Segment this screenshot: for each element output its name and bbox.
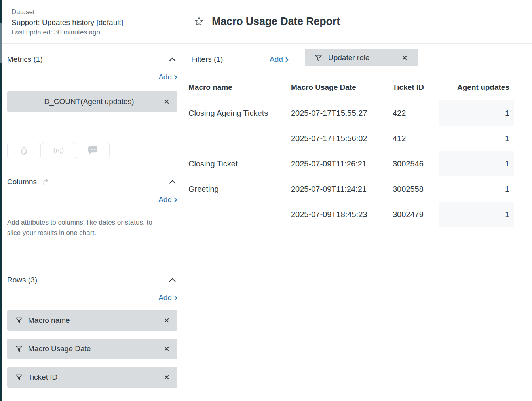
chat-bubble-icon: [87, 146, 99, 156]
table-cell: 2025-07-17T15:56:02: [291, 126, 393, 151]
columns-helper-text: Add attributes to columns, like dates or…: [7, 218, 177, 238]
table-cell-value: 1: [439, 151, 514, 176]
table-cell-value: 1: [439, 100, 514, 126]
row-chip-remove-button[interactable]: [163, 345, 170, 352]
chevron-right-icon: [174, 295, 177, 301]
columns-section-title: Columns: [7, 178, 37, 186]
result-table: Macro name Macro Usage Date Ticket ID Ag…: [188, 75, 514, 227]
favorite-button[interactable]: [193, 15, 205, 28]
metrics-section-title: Metrics (1): [7, 55, 43, 64]
table-cell-value: 1: [439, 126, 514, 151]
table-cell: 3002479: [393, 202, 439, 227]
row-chip-macro-usage-date[interactable]: Macro Usage Date: [7, 339, 177, 359]
broadcast-icon: [51, 146, 66, 155]
row-chip-label: Macro name: [28, 316, 70, 325]
filters-add-button[interactable]: Add: [270, 55, 289, 64]
table-cell: 3002546: [393, 151, 439, 176]
columns-section: Columns Add Add attributes to columns, l…: [2, 166, 184, 264]
row-chip-macro-name[interactable]: Macro name: [7, 310, 177, 331]
star-icon: [194, 16, 204, 27]
dataset-label: Dataset: [11, 8, 175, 17]
metric-droplet-tool-button[interactable]: [7, 142, 41, 159]
table-header-macro-name: Macro name: [188, 75, 291, 100]
metric-tools: [7, 142, 177, 159]
add-label: Add: [158, 73, 172, 81]
chevron-right-icon: [174, 197, 177, 202]
table-cell-value: 1: [439, 176, 514, 202]
rows-collapse-button[interactable]: [167, 277, 177, 283]
table-cell: 2025-07-09T11:26:21: [291, 151, 393, 176]
add-label: Add: [270, 55, 283, 64]
table-cell: 2025-07-09T11:24:21: [291, 176, 393, 202]
close-icon: [402, 55, 407, 61]
rows-add-button[interactable]: Add: [158, 293, 177, 302]
table-header-macro-usage-date: Macro Usage Date: [291, 75, 393, 100]
chevron-right-icon: [174, 75, 177, 80]
metric-chip-label: D_COUNT(Agent updates): [15, 97, 163, 106]
report-header: Macro Usage Date Report: [184, 0, 532, 44]
row-chip-remove-button[interactable]: [163, 317, 170, 324]
add-label: Add: [158, 293, 172, 302]
metric-chip[interactable]: D_COUNT(Agent updates): [7, 91, 177, 112]
filter-chip-updater-role[interactable]: Updater role: [305, 49, 418, 66]
dataset-name: Support: Updates history [default]: [11, 17, 175, 27]
filter-funnel-icon: [15, 345, 23, 353]
table-cell: 2025-07-09T18:45:23: [291, 202, 393, 227]
report-main-area: Macro Usage Date Report Filters (1) Add …: [184, 0, 532, 401]
filter-funnel-icon: [15, 373, 23, 381]
report-builder-sidebar: Dataset Support: Updates history [defaul…: [2, 0, 184, 401]
dataset-info: Dataset Support: Updates history [defaul…: [2, 0, 184, 44]
chevron-right-icon: [285, 57, 289, 62]
table-cell: [188, 126, 291, 151]
chevron-up-icon: [169, 278, 176, 282]
columns-collapse-button[interactable]: [167, 179, 177, 185]
metric-comment-tool-button[interactable]: [76, 142, 110, 159]
columns-add-button[interactable]: Add: [158, 195, 177, 204]
add-label: Add: [158, 195, 172, 204]
table-header-agent-updates: Agent updates: [439, 75, 514, 100]
metrics-add-button[interactable]: Add: [158, 73, 177, 81]
metrics-section: Metrics (1) Add D_COUNT(Agent updates): [2, 44, 184, 166]
chevron-up-icon: [169, 57, 176, 61]
row-chip-ticket-id[interactable]: Ticket ID: [7, 367, 177, 388]
table-cell: 412: [393, 126, 439, 151]
filter-funnel-icon: [15, 316, 23, 324]
metric-chip-remove-button[interactable]: [163, 98, 170, 105]
report-title: Macro Usage Date Report: [212, 15, 340, 28]
close-icon: [164, 99, 169, 104]
table-cell: Closing Ageing Tickets: [188, 100, 291, 126]
row-chip-label: Ticket ID: [28, 373, 57, 382]
table-cell-value: 1: [439, 202, 514, 227]
table-cell: [188, 202, 291, 227]
filter-chip-remove-button[interactable]: [401, 54, 408, 61]
rows-section-title: Rows (3): [7, 276, 37, 284]
filter-chip-label: Updater role: [328, 53, 370, 62]
close-icon: [164, 346, 169, 352]
dataset-last-updated: Last updated: 30 minutes ago: [11, 28, 175, 37]
table-header-ticket-id: Ticket ID: [393, 75, 439, 100]
filter-funnel-icon: [314, 54, 323, 62]
table-cell: Closing Ticket: [188, 151, 291, 176]
filters-label: Filters (1): [191, 44, 223, 75]
row-chip-remove-button[interactable]: [163, 374, 170, 381]
rows-section: Rows (3) Add Macro name Macro Usage Date: [2, 264, 184, 401]
table-cell: 2025-07-17T15:55:27: [291, 100, 393, 126]
table-cell: 422: [393, 100, 439, 126]
filters-bar: Filters (1) Add Updater role: [184, 44, 532, 75]
close-icon: [164, 318, 169, 323]
table-cell: Greeting: [188, 176, 291, 202]
metric-broadcast-tool-button[interactable]: [42, 142, 75, 159]
close-icon: [164, 375, 169, 380]
metrics-collapse-button[interactable]: [167, 57, 177, 62]
table-cell: 3002558: [393, 176, 439, 202]
chevron-up-icon: [169, 180, 176, 184]
pivot-arrow-icon: [41, 177, 50, 187]
row-chip-label: Macro Usage Date: [28, 344, 91, 353]
droplet-icon: [19, 146, 29, 156]
